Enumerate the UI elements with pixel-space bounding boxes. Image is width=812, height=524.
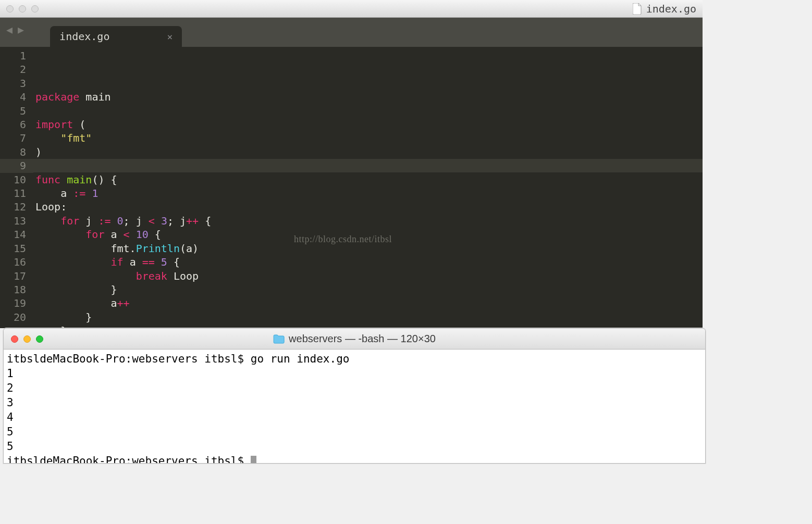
terminal-output-line: 4 — [7, 411, 14, 423]
code-content: package main import ( "fmt" ) func main(… — [35, 90, 703, 328]
terminal-prompt: itbsldeMacBook-Pro:webservers itbsl$ — [7, 353, 251, 365]
terminal-zoom-button[interactable] — [36, 335, 43, 343]
terminal-close-button[interactable] — [11, 335, 18, 343]
nav-arrows: ◀ ▶ — [6, 24, 24, 35]
terminal-prompt: itbsldeMacBook-Pro:webservers itbsl$ — [7, 455, 251, 464]
line-number: 3 — [0, 77, 26, 90]
nav-forward-icon[interactable]: ▶ — [18, 24, 24, 35]
line-number: 13 — [0, 214, 26, 228]
editor-titlebar: index.go — [0, 0, 703, 18]
editor-traffic-lights — [6, 5, 39, 13]
editor-window: index.go ◀ ▶ index.go × 1 2 3 4 5 6 7 8 … — [0, 0, 703, 328]
folder-icon — [273, 334, 285, 344]
file-icon — [633, 3, 642, 15]
line-number: 5 — [0, 104, 26, 118]
line-number: 12 — [0, 200, 26, 214]
line-number: 1 — [0, 49, 26, 63]
line-number: 9 — [0, 159, 33, 172]
line-number: 10 — [0, 173, 26, 186]
line-number-gutter: 1 2 3 4 5 6 7 8 9 10 11 12 13 14 15 16 1… — [0, 47, 33, 328]
tab-label: index.go — [59, 30, 109, 43]
terminal-title: webservers — -bash — 120×30 — [273, 333, 436, 345]
line-number: 15 — [0, 242, 26, 255]
titlebar-filename: index.go — [646, 3, 696, 15]
window-close-button[interactable] — [6, 5, 14, 13]
line-number: 4 — [0, 90, 26, 104]
window-zoom-button[interactable] — [31, 5, 39, 13]
terminal-output-line: 5 — [7, 440, 14, 453]
watermark-text: http://blog.csdn.net/itbsl — [294, 232, 392, 246]
code-area[interactable]: http://blog.csdn.net/itbsl package main … — [33, 47, 703, 328]
terminal-body[interactable]: itbsldeMacBook-Pro:webservers itbsl$ go … — [4, 350, 705, 464]
line-number: 6 — [0, 118, 26, 131]
line-number: 11 — [0, 186, 26, 200]
line-number: 2 — [0, 63, 26, 76]
editor-toolbar: ◀ ▶ index.go × — [0, 18, 703, 47]
terminal-output-line: 5 — [7, 426, 14, 438]
line-number: 20 — [0, 310, 26, 324]
nav-back-icon[interactable]: ◀ — [6, 24, 13, 35]
window-minimize-button[interactable] — [19, 5, 26, 13]
line-number: 14 — [0, 228, 26, 241]
terminal-output-line: 1 — [7, 367, 14, 380]
line-number: 16 — [0, 255, 26, 269]
editor-tab[interactable]: index.go × — [50, 26, 182, 47]
tab-close-icon[interactable]: × — [167, 31, 173, 42]
titlebar-file: index.go — [633, 3, 696, 15]
terminal-window: webservers — -bash — 120×30 itbsldeMacBo… — [3, 328, 706, 464]
editor-body: 1 2 3 4 5 6 7 8 9 10 11 12 13 14 15 16 1… — [0, 47, 703, 328]
terminal-output-line: 2 — [7, 382, 14, 394]
terminal-minimize-button[interactable] — [23, 335, 31, 343]
line-number: 8 — [0, 145, 26, 159]
line-number: 17 — [0, 269, 26, 283]
terminal-command: go run index.go — [251, 353, 350, 365]
terminal-title-text: webservers — -bash — 120×30 — [289, 333, 436, 345]
terminal-cursor — [251, 456, 256, 464]
terminal-output-line: 3 — [7, 396, 14, 409]
line-number: 19 — [0, 296, 26, 310]
terminal-titlebar: webservers — -bash — 120×30 — [4, 329, 705, 350]
line-number: 7 — [0, 131, 26, 145]
line-number: 18 — [0, 283, 26, 296]
